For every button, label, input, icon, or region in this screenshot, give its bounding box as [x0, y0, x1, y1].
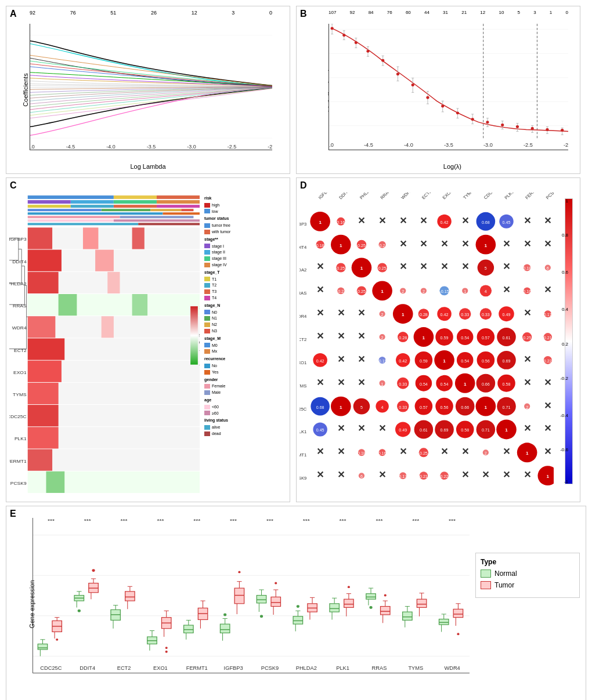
- svg-rect-542: [234, 588, 244, 604]
- svg-rect-118: [163, 212, 200, 215]
- svg-text:0.66: 0.66: [482, 382, 490, 386]
- svg-text:-3.5: -3.5: [147, 144, 156, 150]
- svg-rect-101: [28, 190, 200, 194]
- panel-b-top-numbers: 107 92 84 76 60 44 31 21 12 10 5 3 1 0: [329, 10, 568, 15]
- svg-rect-124: [138, 223, 200, 225]
- svg-text:0.25: 0.25: [420, 451, 428, 455]
- svg-rect-135: [28, 294, 200, 315]
- svg-text:***: ***: [266, 518, 273, 524]
- svg-text:✕: ✕: [378, 215, 386, 226]
- svg-rect-115: [150, 209, 181, 211]
- panel-b-chart: 17 16 15 14 13 12 -5.0 -4.5 -4.0 -3.5 -3…: [329, 24, 568, 150]
- legend-normal-box: [481, 570, 491, 578]
- svg-text:WDR4: WDR4: [400, 193, 413, 200]
- svg-rect-106: [71, 200, 114, 204]
- svg-text:0.69: 0.69: [441, 429, 449, 433]
- svg-text:✕: ✕: [420, 238, 427, 249]
- svg-text:CDC25C: CDC25C: [299, 407, 307, 412]
- svg-text:0.25: 0.25: [358, 244, 366, 248]
- svg-text:0.18: 0.18: [358, 451, 366, 455]
- svg-text:CDC25C: CDC25C: [483, 193, 499, 200]
- svg-rect-509: [125, 592, 135, 601]
- svg-point-80: [456, 111, 459, 114]
- svg-point-84: [516, 125, 519, 128]
- svg-text:***: ***: [157, 518, 164, 524]
- svg-text:2: 2: [381, 313, 384, 317]
- svg-text:✕: ✕: [337, 446, 345, 456]
- svg-text:✕: ✕: [378, 423, 386, 434]
- svg-text:0.61: 0.61: [420, 429, 428, 433]
- svg-text:✕: ✕: [544, 377, 551, 387]
- svg-point-76: [396, 72, 399, 75]
- svg-text:✕: ✕: [358, 377, 365, 387]
- svg-rect-142: [28, 338, 64, 360]
- svg-text:✕: ✕: [420, 262, 427, 272]
- svg-text:4: 4: [485, 289, 487, 293]
- svg-text:✕: ✕: [358, 331, 365, 341]
- main-container: A 92 76 51 26 12 3 0 Coefficients: [0, 0, 592, 700]
- svg-text:-5: -5: [199, 347, 200, 353]
- svg-text:0.33: 0.33: [482, 313, 490, 317]
- svg-text:✕: ✕: [524, 307, 531, 318]
- svg-text:✕: ✕: [399, 238, 407, 249]
- svg-text:0.58: 0.58: [503, 382, 511, 386]
- svg-text:0.33: 0.33: [399, 382, 407, 386]
- svg-point-591: [369, 606, 372, 609]
- boxplot-legend: Type Normal Tumor: [475, 553, 580, 598]
- svg-text:5: 5: [199, 333, 200, 339]
- svg-text:PHLDA2: PHLDA2: [299, 268, 306, 273]
- svg-text:✕: ✕: [337, 331, 345, 341]
- svg-text:✕: ✕: [524, 469, 531, 480]
- svg-rect-481: [38, 644, 47, 650]
- svg-point-447: [537, 466, 554, 485]
- svg-text:RRAS: RRAS: [380, 193, 392, 200]
- svg-text:6: 6: [360, 474, 363, 478]
- svg-text:-0.15: -0.15: [439, 289, 449, 293]
- boxplot-chart: 5 10 15 *** *** *** *** *** *** *** *** …: [33, 518, 470, 673]
- svg-text:✕: ✕: [337, 423, 345, 434]
- svg-point-502: [92, 569, 95, 572]
- svg-point-523: [165, 647, 168, 649]
- svg-text:4: 4: [381, 405, 384, 409]
- svg-rect-152: [28, 449, 52, 471]
- svg-text:0.2: 0.2: [380, 244, 385, 248]
- svg-text:✕: ✕: [503, 238, 510, 249]
- panel-d: D IGFBP3 DDIT4 PHLDA2 RRAS WDR4 ECT2 EXO…: [296, 177, 580, 502]
- svg-point-85: [531, 127, 534, 130]
- panel-a-label: A: [10, 9, 17, 19]
- legend-tumor-label: Tumor: [494, 581, 514, 589]
- svg-text:TYMS: TYMS: [462, 193, 474, 200]
- svg-text:TYMS: TYMS: [299, 383, 306, 389]
- svg-text:0.17: 0.17: [544, 313, 552, 317]
- svg-rect-109: [28, 205, 71, 208]
- svg-rect-189: [190, 306, 198, 365]
- svg-point-75: [381, 59, 384, 62]
- svg-point-86: [546, 128, 548, 131]
- svg-rect-111: [114, 205, 157, 208]
- svg-text:DDIT4: DDIT4: [80, 666, 95, 672]
- svg-text:1: 1: [443, 358, 446, 364]
- svg-text:***: ***: [230, 518, 237, 524]
- svg-text:0.33: 0.33: [461, 313, 469, 317]
- svg-point-81: [471, 118, 474, 121]
- svg-text:6: 6: [547, 267, 549, 271]
- legend-normal-label: Normal: [494, 570, 517, 578]
- svg-text:0.45: 0.45: [316, 429, 324, 433]
- svg-text:✕: ✕: [441, 262, 448, 272]
- svg-text:✕: ✕: [358, 354, 365, 364]
- svg-text:***: ***: [303, 518, 310, 524]
- svg-text:1: 1: [526, 451, 529, 456]
- svg-text:✕: ✕: [461, 469, 469, 480]
- svg-text:0.66: 0.66: [461, 405, 469, 409]
- svg-text:✕: ✕: [358, 423, 365, 434]
- svg-text:✕: ✕: [461, 238, 469, 249]
- svg-text:-5.0: -5.0: [329, 142, 334, 148]
- svg-text:0.59: 0.59: [441, 336, 449, 340]
- svg-text:0.56: 0.56: [482, 359, 490, 363]
- svg-text:PLK1: PLK1: [504, 193, 515, 200]
- svg-point-87: [561, 129, 564, 132]
- svg-rect-599: [417, 599, 426, 607]
- legend-normal: Normal: [481, 570, 575, 578]
- svg-point-613: [457, 633, 459, 635]
- svg-text:✕: ✕: [524, 215, 531, 226]
